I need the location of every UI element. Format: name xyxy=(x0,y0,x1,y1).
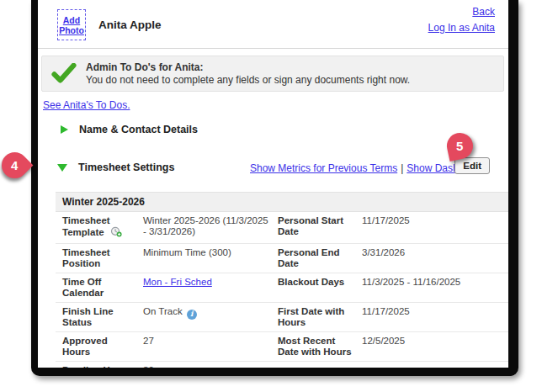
todo-text: Admin To Do's for Anita: You do not need… xyxy=(86,61,410,87)
profile-page: Add Photo Anita Apple Back Log In as Ani… xyxy=(38,0,508,368)
info-icon[interactable]: i xyxy=(187,310,197,320)
row-value: 12/5/2025 xyxy=(362,336,508,358)
checkmark-icon xyxy=(51,63,77,84)
row-value: 3/31/2026 xyxy=(362,247,508,269)
profile-window: Add Photo Anita Apple Back Log In as Ani… xyxy=(31,0,518,376)
admin-todo-banner: Admin To Do's for Anita: You do not need… xyxy=(41,56,504,92)
row-value xyxy=(362,365,508,368)
add-photo-link[interactable]: Add Photo xyxy=(58,15,85,35)
row-value: 11/3/2025 - 11/16/2025 xyxy=(362,277,508,299)
row-value: 30 xyxy=(143,365,278,368)
header-divider xyxy=(38,48,508,49)
timesheet-table: Winter 2025-2026 Timesheet Template xyxy=(56,192,508,368)
link-separator: | xyxy=(397,162,406,174)
table-row: Finish Line Status On Tracki First Date … xyxy=(56,303,508,332)
row-value: Minimum Time (300) xyxy=(143,247,278,269)
todo-title: Admin To Do's for Anita: xyxy=(86,61,410,74)
annotation-number: 4 xyxy=(11,158,18,172)
header-links: Back Log In as Anita xyxy=(428,4,495,36)
annotation-balloon-4: 4 xyxy=(0,147,33,184)
chevron-down-icon xyxy=(57,164,67,172)
screenshot-canvas: Add Photo Anita Apple Back Log In as Ani… xyxy=(0,0,542,392)
row-label: Time Off Calendar xyxy=(62,277,143,299)
person-name: Anita Apple xyxy=(98,19,162,31)
row-label: First Date with Hours xyxy=(278,306,362,328)
add-photo-box[interactable]: Add Photo xyxy=(57,9,86,40)
table-row: Approved Hours 27 Most Recent Date with … xyxy=(56,332,508,362)
table-row: Timesheet Template Winter 2025-2026 (11/… xyxy=(56,212,508,244)
term-header: Winter 2025-2026 xyxy=(56,192,508,212)
row-label: Timesheet Template xyxy=(62,215,143,240)
edit-button[interactable]: Edit xyxy=(454,157,490,174)
table-row: Time Off Calendar Mon - Fri Sched Blacko… xyxy=(56,273,508,303)
timesheet-links: Show Metrics for Previous Terms|Show Das… xyxy=(250,162,484,174)
section-timesheet-settings[interactable]: Timesheet Settings xyxy=(57,162,174,173)
time-off-calendar-link[interactable]: Mon - Fri Sched xyxy=(143,277,212,287)
see-todos-link[interactable]: See Anita's To Dos. xyxy=(43,99,130,111)
section-label: Timesheet Settings xyxy=(78,162,174,173)
row-label: Blackout Days xyxy=(278,277,362,299)
row-label: Personal Start Date xyxy=(278,215,362,240)
row-label: Most Recent Date with Hours xyxy=(278,336,362,358)
row-label: Personal End Date xyxy=(278,247,362,269)
table-row: Timesheet Position Minimum Time (300) Pe… xyxy=(56,244,508,273)
row-value: 27 xyxy=(143,336,278,358)
annotation-number: 5 xyxy=(456,139,463,153)
section-name-contact[interactable]: Name & Contact Details xyxy=(61,124,198,135)
chevron-right-icon xyxy=(61,125,68,134)
show-metrics-link[interactable]: Show Metrics for Previous Terms xyxy=(250,162,397,174)
row-label: Approved Hours xyxy=(62,336,143,358)
row-value: 11/17/2025 xyxy=(362,215,508,240)
section-label: Name & Contact Details xyxy=(79,124,198,135)
row-label: Finish Line Status xyxy=(62,306,143,328)
row-value: Mon - Fri Sched xyxy=(143,277,278,299)
row-label: Timesheet Position xyxy=(62,247,143,269)
clock-plus-icon[interactable] xyxy=(110,226,122,240)
row-label: Pending Hours xyxy=(62,365,143,368)
row-value: 11/17/2025 xyxy=(362,306,508,328)
todo-message: You do not need to complete any fields o… xyxy=(86,74,410,87)
table-row: Pending Hours 30 xyxy=(56,362,508,368)
back-link[interactable]: Back xyxy=(428,4,495,20)
row-value: On Tracki xyxy=(143,306,278,328)
row-value: Winter 2025-2026 (11/3/2025 - 3/31/2026) xyxy=(143,215,278,240)
log-in-as-link[interactable]: Log In as Anita xyxy=(428,20,495,36)
row-label xyxy=(278,365,362,368)
